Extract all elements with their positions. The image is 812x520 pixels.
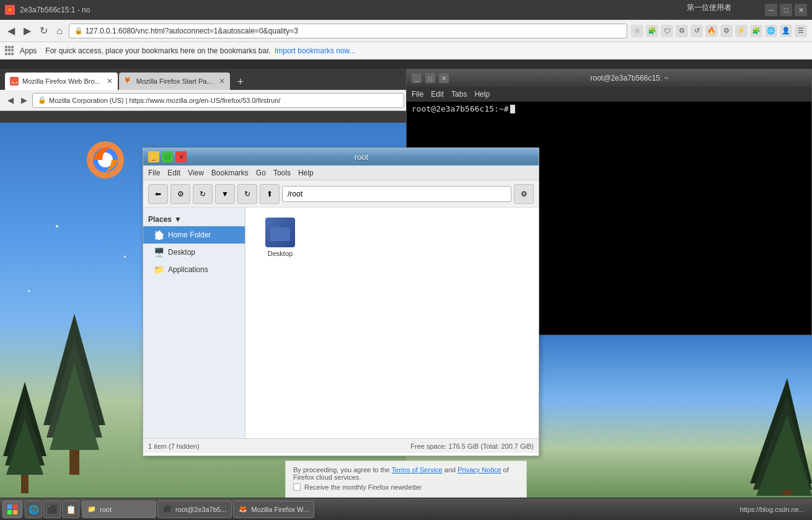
forward-button[interactable]: ▶	[21, 24, 33, 38]
modal-and-text: and	[444, 466, 457, 474]
desktop-folder-icon	[265, 218, 295, 247]
user-icon[interactable]: 👤	[780, 25, 792, 37]
terminal-max-button[interactable]: □	[425, 73, 435, 83]
bookmark-star-icon[interactable]: ☆	[631, 25, 643, 37]
sidebar-item-applications[interactable]: 📁 Applications	[143, 261, 245, 278]
terminal-title: root@2e3a7b566c15: ~	[452, 74, 806, 82]
fm-up-tool-button[interactable]: ⬆	[260, 184, 280, 204]
apps-label[interactable]: Apps	[20, 46, 37, 55]
inner-address-bar[interactable]: 🔒 Mozilla Corporation (US) | https://www…	[32, 93, 404, 108]
taskbar-applet-1[interactable]: 🌐	[25, 501, 42, 518]
sidebar-item-desktop[interactable]: 🖥️ Desktop	[143, 244, 245, 261]
fm-address-bar[interactable]: /root	[282, 186, 511, 202]
refresh-icon[interactable]: ↺	[691, 25, 703, 37]
tab-firefox-start[interactable]: 🦊 Mozilla Firefox Start Pa... ✕	[119, 73, 230, 90]
firefox-modal-text: By proceeding, you agree to the Terms of…	[293, 466, 519, 481]
terms-of-service-link[interactable]: Terms of Service	[392, 466, 443, 474]
taskbar-tray: https://blog.csdn.ne...	[739, 506, 810, 513]
fm-settings-tool-button[interactable]: ⚙	[514, 184, 534, 204]
back-button[interactable]: ◀	[5, 24, 17, 38]
start-icon	[6, 503, 19, 516]
fm-menu-tools[interactable]: Tools	[273, 169, 291, 177]
addon-icon4[interactable]: ⚡	[735, 25, 748, 37]
terminal-menu-file[interactable]: File	[412, 90, 423, 99]
fm-menu-go[interactable]: Go	[256, 169, 266, 177]
inner-forward-button[interactable]: ▶	[19, 94, 30, 106]
taskbar-start-button[interactable]	[2, 501, 22, 518]
address-bar[interactable]: 🔒 127.0.0.1:6080/vnc.html?autoconnect=1&…	[69, 24, 627, 38]
star-dot2	[124, 256, 126, 258]
privacy-notice-link[interactable]: Privacy Notice	[457, 466, 501, 474]
taskbar-btn-root[interactable]: 📁 root	[82, 501, 156, 518]
fm-minimize-button[interactable]: _	[148, 151, 159, 162]
addon-icon5[interactable]: 🧩	[750, 25, 762, 37]
inner-lock-icon: 🔒	[38, 96, 46, 104]
inner-back-button[interactable]: ◀	[5, 94, 16, 106]
newsletter-checkbox[interactable]	[293, 483, 301, 491]
fm-sidebar-header: Places ▼	[143, 213, 245, 226]
svg-rect-5	[69, 450, 79, 475]
fm-status-space: Free space: 176.5 GiB (Total: 200.7 GiB)	[410, 443, 534, 450]
addon-icon1[interactable]: ⚙	[676, 25, 688, 37]
addon-icon3[interactable]: ⚙	[720, 25, 733, 37]
menu-icon[interactable]: ☰	[795, 25, 807, 37]
fm-menu-help[interactable]: Help	[298, 169, 314, 177]
fm-menu-edit[interactable]: Edit	[167, 169, 180, 177]
tab1-close-icon[interactable]: ✕	[107, 77, 113, 86]
fm-close-button[interactable]: ✕	[175, 151, 187, 162]
desktop-folder-label: Desktop	[268, 250, 293, 257]
bookmarks-bar: Apps For quick access, place your bookma…	[0, 42, 812, 59]
terminal-menu-edit[interactable]: Edit	[431, 90, 444, 99]
sidebar-collapse-icon[interactable]: ▼	[174, 215, 182, 224]
addon-icon2[interactable]: 🔥	[705, 25, 718, 37]
extension-icon[interactable]: 🧩	[646, 25, 658, 37]
fm-menu-file[interactable]: File	[148, 169, 160, 177]
tab-firefox-web[interactable]: 🦊 Mozilla Firefox Web Bro... ✕	[5, 73, 118, 90]
fm-forward2-tool-button[interactable]: ↻	[237, 184, 257, 204]
terminal-close-button[interactable]: ✕	[439, 73, 449, 83]
tab1-favicon: 🦊	[10, 77, 19, 86]
terminal-menu-tabs[interactable]: Tabs	[451, 90, 467, 99]
maximize-button[interactable]: □	[780, 4, 792, 16]
fm-menu-bookmarks[interactable]: Bookmarks	[211, 169, 249, 177]
terminal-menubar: File Edit Tabs Help	[407, 87, 811, 102]
svg-rect-16	[782, 490, 792, 496]
taskbar-btn-firefox[interactable]: 🦊 Mozilla Firefox W...	[233, 501, 314, 518]
home-button[interactable]: ⌂	[54, 24, 65, 38]
terminal-menu-help[interactable]: Help	[474, 90, 490, 99]
tab2-close-icon[interactable]: ✕	[219, 77, 225, 86]
fm-maximize-button[interactable]: □	[162, 151, 173, 162]
svg-rect-23	[13, 510, 17, 514]
svg-rect-9	[21, 475, 29, 493]
tray-url-text: https://blog.csdn.ne...	[739, 506, 805, 513]
minimize-button[interactable]: ─	[765, 4, 777, 16]
close-button[interactable]: ✕	[795, 4, 807, 16]
desktop-folder-item[interactable]: Desktop	[255, 218, 305, 257]
new-tab-button[interactable]: +	[234, 74, 248, 90]
terminal-titlebar: _ □ ✕ root@2e3a7b566c15: ~	[407, 69, 811, 87]
user-badge: 第一位使用者	[687, 2, 731, 13]
taskbar-applet-3[interactable]: 📋	[62, 501, 79, 518]
newsletter-label: Receive the monthly Firefox newsletter	[304, 483, 422, 491]
reload-button[interactable]: ↻	[37, 24, 50, 38]
desktop-icon-sidebar: 🖥️	[153, 247, 164, 258]
svg-rect-20	[7, 505, 12, 509]
fm-statusbar: 1 item (7 hidden) Free space: 176.5 GiB …	[143, 438, 539, 453]
addon-icon6[interactable]: 🌐	[765, 25, 777, 37]
fm-forward-tool-button[interactable]: ⚙	[170, 184, 190, 204]
taskbar: 🌐 ⬛ 📋 📁 root ⬛ root@2e3a7b5... 🦊 Mozilla…	[0, 498, 812, 520]
shield-icon[interactable]: 🛡	[661, 25, 673, 37]
tab1-title: Mozilla Firefox Web Bro...	[22, 77, 100, 85]
taskbar-applet-2[interactable]: ⬛	[43, 501, 61, 518]
fm-menu-view[interactable]: View	[188, 169, 204, 177]
fm-main-area[interactable]: Desktop	[245, 208, 539, 438]
fm-back-tool-button[interactable]: ⬅	[148, 184, 168, 204]
fm-refresh-tool-button[interactable]: ↻	[193, 184, 213, 204]
terminal-min-button[interactable]: _	[412, 73, 421, 83]
taskbar-btn-root-label: root	[100, 506, 112, 513]
applications-icon: 📁	[153, 264, 164, 275]
import-bookmarks-link[interactable]: Import bookmarks now...	[275, 46, 356, 55]
sidebar-item-home[interactable]: 🏠 Home Folder	[143, 226, 245, 244]
fm-dropdown-button[interactable]: ▼	[215, 184, 235, 204]
taskbar-btn-terminal[interactable]: ⬛ root@2e3a7b5...	[157, 501, 232, 518]
